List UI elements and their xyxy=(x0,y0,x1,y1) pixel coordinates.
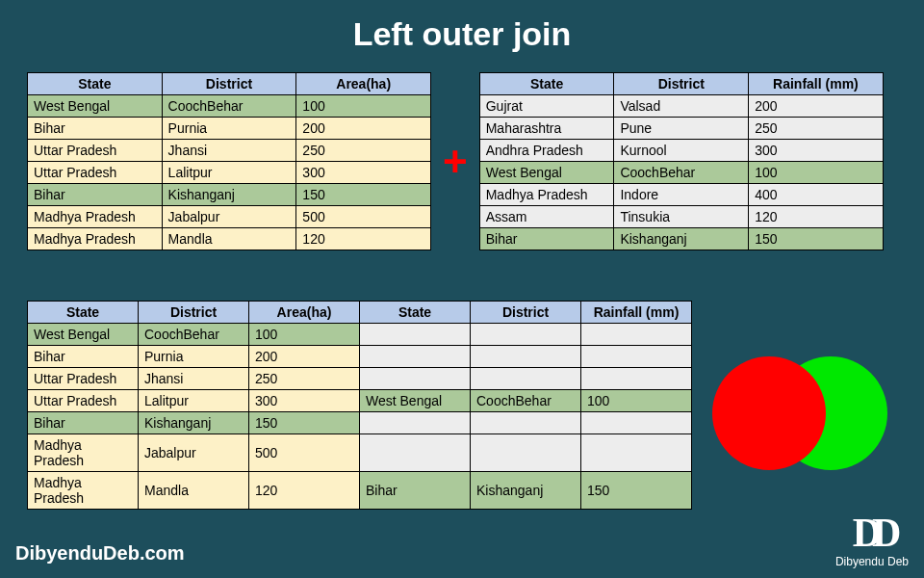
table-cell: 200 xyxy=(749,95,884,118)
column-header: District xyxy=(139,302,249,324)
table-cell: Mandla xyxy=(139,472,249,510)
venn-left-circle xyxy=(712,356,826,470)
table-cell: Bihar xyxy=(28,412,139,434)
table-cell: 250 xyxy=(249,368,360,390)
table-row: West BengalCoochBehar100 xyxy=(28,324,692,346)
table-cell: 150 xyxy=(581,472,692,510)
table-row: Madhya PradeshMandla120BiharKishanganj15… xyxy=(28,472,692,510)
table-row: AssamTinsukia120 xyxy=(479,206,883,228)
table-cell: 150 xyxy=(749,228,884,250)
table-cell: CoochBehar xyxy=(139,324,249,346)
table-row: GujratValsad200 xyxy=(479,95,883,118)
venn-diagram xyxy=(712,347,886,482)
table-row: Madhya PradeshJabalpur500 xyxy=(28,206,431,228)
table-cell: 100 xyxy=(296,95,431,118)
page-title: Left outer join xyxy=(0,0,924,53)
table-cell: 300 xyxy=(249,390,360,412)
table-cell: Bihar xyxy=(28,118,163,140)
table-cell xyxy=(581,346,692,368)
table-cell: Lalitpur xyxy=(162,162,296,184)
column-header: State xyxy=(360,302,471,324)
table-cell xyxy=(360,434,471,472)
table-cell xyxy=(581,434,692,472)
table-cell xyxy=(471,434,581,472)
column-header: State xyxy=(479,73,614,95)
table-cell: Jabalpur xyxy=(162,206,296,228)
table-cell: Jhansi xyxy=(162,140,296,162)
table-cell: Kishanganj xyxy=(614,228,749,250)
table-cell: Madhya Pradesh xyxy=(479,184,614,206)
right-input-table: StateDistrictRainfall (mm) GujratValsad2… xyxy=(479,72,884,250)
table-row: BiharPurnia200 xyxy=(28,346,692,368)
table-cell: Mandla xyxy=(162,228,296,250)
table-cell: 120 xyxy=(749,206,884,228)
table-cell: 120 xyxy=(249,472,360,510)
table-cell xyxy=(471,368,581,390)
logo-name: Dibyendu Deb xyxy=(835,555,909,568)
table-row: West BengalCoochBehar100 xyxy=(28,95,431,118)
table-cell: 200 xyxy=(296,118,431,140)
table-cell xyxy=(471,412,581,434)
table-row: Andhra PradeshKurnool300 xyxy=(479,140,883,162)
table-cell: Assam xyxy=(479,206,614,228)
table-row: Madhya PradeshJabalpur500 xyxy=(28,434,692,472)
table-cell: Bihar xyxy=(360,472,471,510)
table-cell xyxy=(471,346,581,368)
column-header: Area(ha) xyxy=(296,73,431,95)
table-cell: Andhra Pradesh xyxy=(479,140,614,162)
table-cell xyxy=(581,324,692,346)
table-cell xyxy=(360,412,471,434)
column-header: Area(ha) xyxy=(249,302,360,324)
table-cell xyxy=(581,412,692,434)
table-row: Uttar PradeshJhansi250 xyxy=(28,140,431,162)
column-header: State xyxy=(28,302,139,324)
table-cell: Jabalpur xyxy=(139,434,249,472)
table-cell: 200 xyxy=(249,346,360,368)
table-cell: CoochBehar xyxy=(162,95,296,118)
table-cell: West Bengal xyxy=(28,324,139,346)
table-cell: West Bengal xyxy=(28,95,163,118)
table-cell: Uttar Pradesh xyxy=(28,162,163,184)
table-cell xyxy=(360,324,471,346)
table-cell: Gujrat xyxy=(479,95,614,118)
table-cell: Madhya Pradesh xyxy=(28,206,163,228)
left-input-table: StateDistrictArea(ha) West BengalCoochBe… xyxy=(27,72,431,250)
table-cell: 400 xyxy=(749,184,884,206)
table-cell: Uttar Pradesh xyxy=(28,368,139,390)
table-cell: Madhya Pradesh xyxy=(28,228,163,250)
footer-logo-block: DD Dibyendu Deb xyxy=(835,512,909,568)
table-row: BiharKishanganj150 xyxy=(28,412,692,434)
table-cell: West Bengal xyxy=(479,162,614,184)
table-cell: 300 xyxy=(749,140,884,162)
plus-icon: + xyxy=(443,141,468,183)
table-cell: Indore xyxy=(614,184,749,206)
table-cell: 250 xyxy=(749,118,884,140)
table-cell: Madhya Pradesh xyxy=(28,434,139,472)
table-cell: 500 xyxy=(249,434,360,472)
table-row: MaharashtraPune250 xyxy=(479,118,883,140)
table-cell xyxy=(360,368,471,390)
table-cell: Kurnool xyxy=(614,140,749,162)
table-cell xyxy=(471,324,581,346)
join-result-table: StateDistrictArea(ha)StateDistrictRainfa… xyxy=(27,301,692,510)
column-header: State xyxy=(28,73,163,95)
table-cell: Bihar xyxy=(479,228,614,250)
column-header: District xyxy=(614,73,749,95)
column-header: District xyxy=(471,302,581,324)
table-row: Uttar PradeshLalitpur300 xyxy=(28,162,431,184)
table-cell: Purnia xyxy=(162,118,296,140)
table-row: Madhya PradeshIndore400 xyxy=(479,184,883,206)
table-row: Uttar PradeshJhansi250 xyxy=(28,368,692,390)
top-tables-row: StateDistrictArea(ha) West BengalCoochBe… xyxy=(0,53,924,250)
table-row: BiharKishanganj150 xyxy=(28,184,431,206)
table-cell: 100 xyxy=(581,390,692,412)
logo-icon: DD xyxy=(835,512,909,553)
table-cell: Kishanganj xyxy=(162,184,296,206)
table-cell: CoochBehar xyxy=(471,390,581,412)
table-cell: Lalitpur xyxy=(139,390,249,412)
table-cell: 150 xyxy=(296,184,431,206)
table-cell: Uttar Pradesh xyxy=(28,390,139,412)
result-table-wrap: StateDistrictArea(ha)StateDistrictRainfa… xyxy=(27,301,692,510)
table-cell xyxy=(581,368,692,390)
table-cell: 150 xyxy=(249,412,360,434)
